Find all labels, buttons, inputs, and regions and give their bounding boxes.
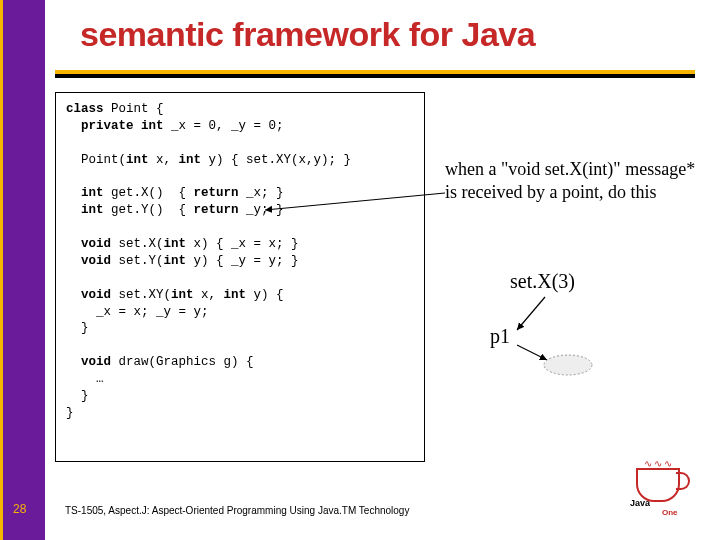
slide-title: semantic framework for Java (80, 15, 535, 54)
stripe-purple (3, 0, 45, 540)
code-listing: class Point { private int _x = 0, _y = 0… (55, 92, 425, 462)
code-text: class Point { private int _x = 0, _y = 0… (66, 101, 414, 422)
cloud-blob-icon (540, 350, 600, 380)
footer-text: TS-1505, Aspect.J: Aspect-Oriented Progr… (65, 505, 409, 516)
slide: semantic framework for Java class Point … (0, 0, 720, 540)
rule-black (55, 74, 695, 78)
svg-line-1 (517, 297, 545, 330)
arrow-p1-to-blob (512, 340, 572, 370)
annotation-text: when a "void set.X(int)" message* is rec… (445, 158, 705, 203)
svg-line-2 (517, 345, 547, 360)
svg-point-3 (544, 355, 592, 375)
message-label: set.X(3) (510, 270, 575, 293)
page-number: 28 (13, 502, 26, 516)
arrow-setx-to-p1 (505, 292, 575, 342)
javaone-logo-icon: ∿∿∿ Java One (630, 460, 695, 515)
object-label: p1 (490, 325, 510, 348)
